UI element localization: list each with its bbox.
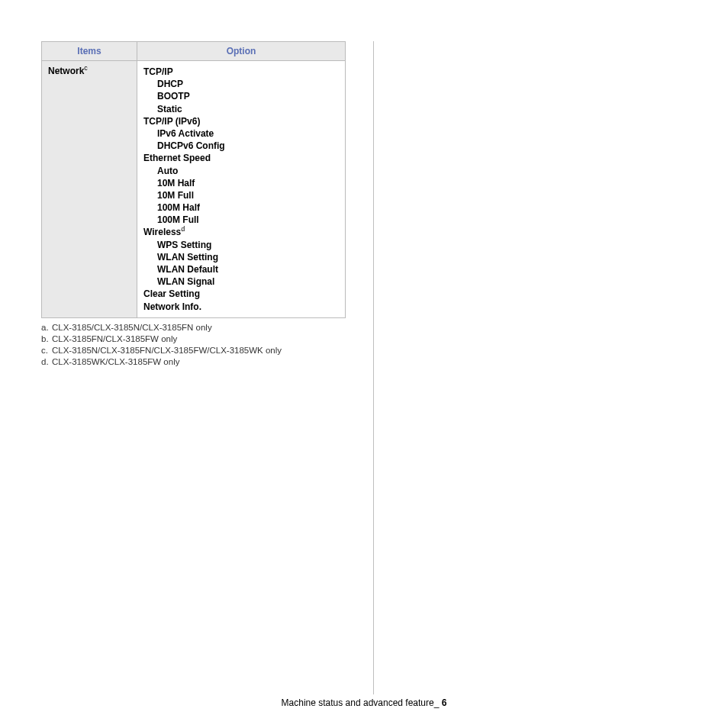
items-cell: Networkc (42, 61, 137, 318)
option-item: WLAN Signal (157, 275, 340, 288)
option-item: Clear Setting (143, 288, 340, 300)
option-item: Auto (157, 165, 340, 177)
option-item: Ethernet Speed (143, 152, 340, 164)
footnote-a: a.CLX-3185/CLX-3185N/CLX-3185FN only (41, 323, 366, 332)
options-table: Items Option Networkc TCP/IPDHCPBOOTPSta… (41, 41, 346, 318)
footnotes: a.CLX-3185/CLX-3185N/CLX-3185FN only b.C… (41, 323, 366, 366)
footer-sep: _ (434, 697, 442, 708)
option-item: DHCP (157, 78, 340, 90)
item-sup: c (84, 64, 88, 72)
option-item: Network Info. (143, 301, 340, 313)
option-item: WLAN Setting (157, 251, 340, 263)
option-item: 10M Half (157, 177, 340, 189)
footnote-c: c.CLX-3185N/CLX-3185FN/CLX-3185FW/CLX-31… (41, 346, 366, 355)
option-item: IPv6 Activate (157, 127, 340, 140)
column-divider (373, 41, 374, 694)
header-items: Items (42, 42, 137, 61)
option-item: 100M Half (157, 201, 340, 214)
item-label: Network (48, 66, 84, 76)
option-item: 10M Full (157, 189, 340, 201)
footer-page-number: 6 (442, 697, 447, 708)
footer-text: Machine status and advanced feature (282, 697, 434, 708)
page-footer: Machine status and advanced feature_ 6 (0, 697, 728, 708)
option-item: WPS Setting (157, 239, 340, 251)
option-item: Static (157, 103, 340, 115)
table-row: Networkc TCP/IPDHCPBOOTPStaticTCP/IP (IP… (42, 61, 346, 318)
option-item: 100M Full (157, 214, 340, 226)
option-item: Wirelessd (143, 226, 340, 238)
option-item: DHCPv6 Config (157, 140, 340, 152)
option-item: WLAN Default (157, 263, 340, 275)
footnote-b: b.CLX-3185FN/CLX-3185FW only (41, 334, 366, 343)
option-item: TCP/IP (IPv6) (143, 115, 340, 127)
option-item: TCP/IP (143, 66, 340, 78)
footnote-d: d.CLX-3185WK/CLX-3185FW only (41, 357, 366, 366)
header-option: Option (137, 42, 346, 61)
option-cell: TCP/IPDHCPBOOTPStaticTCP/IP (IPv6)IPv6 A… (137, 61, 346, 318)
option-item: BOOTP (157, 90, 340, 102)
